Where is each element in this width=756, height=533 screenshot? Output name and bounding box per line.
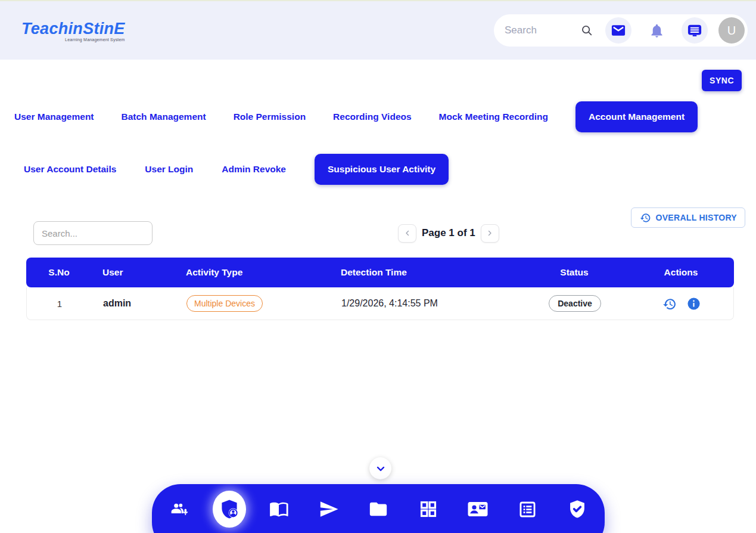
nav-grid[interactable] bbox=[412, 492, 445, 526]
nav-send[interactable] bbox=[312, 492, 346, 526]
nav-book[interactable] bbox=[262, 492, 295, 526]
row-history-button[interactable] bbox=[662, 296, 677, 311]
subtab-user-login[interactable]: User Login bbox=[145, 164, 193, 175]
header-search bbox=[505, 24, 580, 36]
chat-button[interactable] bbox=[682, 17, 708, 44]
mail-icon bbox=[610, 22, 627, 39]
overall-history-label: OVERALL HISTORY bbox=[656, 213, 737, 222]
mail-button[interactable] bbox=[605, 17, 631, 44]
subtab-admin-revoke[interactable]: Admin Revoke bbox=[222, 164, 286, 175]
tab-recording-videos[interactable]: Recording Videos bbox=[333, 111, 412, 122]
screen: TeachinStinE Learning Management System bbox=[0, 0, 756, 533]
nav-shield-user[interactable] bbox=[213, 492, 246, 526]
book-icon bbox=[269, 499, 289, 519]
table-header: S.No User Activity Type Detection Time S… bbox=[26, 258, 734, 287]
tab-batch-management[interactable]: Batch Management bbox=[122, 111, 206, 122]
header-toolbar: U bbox=[494, 14, 748, 47]
scroll-down-button[interactable] bbox=[369, 457, 391, 479]
people-voice-icon bbox=[169, 499, 189, 519]
nav-contact-mail[interactable] bbox=[461, 492, 494, 526]
app-title: TeachinStinE bbox=[21, 20, 125, 38]
status-badge: Deactive bbox=[549, 295, 601, 312]
nav-people-voice[interactable] bbox=[163, 492, 196, 526]
tab-user-management[interactable]: User Management bbox=[14, 111, 94, 122]
cell-activity-type: Multiple Devices bbox=[176, 295, 331, 312]
tab-mock-meeting-recording[interactable]: Mock Meeting Recording bbox=[439, 111, 548, 122]
news-list-icon bbox=[518, 500, 537, 519]
nav-verified-shield[interactable] bbox=[561, 492, 594, 526]
suspicious-activity-table: S.No User Activity Type Detection Time S… bbox=[26, 258, 734, 320]
subtab-user-account-details[interactable]: User Account Details bbox=[24, 164, 116, 175]
main-tabs: User Management Batch Management Role Pe… bbox=[0, 101, 698, 132]
col-sno: S.No bbox=[26, 267, 92, 278]
shield-user-icon bbox=[219, 498, 240, 520]
nav-folder[interactable] bbox=[362, 492, 395, 526]
send-icon bbox=[319, 499, 339, 519]
tab-account-management[interactable]: Account Management bbox=[575, 101, 698, 132]
active-nav-circle bbox=[213, 491, 246, 528]
app-logo[interactable]: TeachinStinE Learning Management System bbox=[21, 20, 125, 42]
activity-type-badge: Multiple Devices bbox=[186, 295, 263, 312]
app-header: TeachinStinE Learning Management System bbox=[0, 1, 756, 60]
next-page-button[interactable] bbox=[481, 224, 499, 243]
history-icon bbox=[639, 212, 651, 224]
cell-user: admin bbox=[92, 298, 176, 309]
pagination: Page 1 of 1 bbox=[398, 223, 499, 243]
chevron-right-icon bbox=[486, 230, 493, 237]
table-search-input[interactable] bbox=[33, 221, 153, 245]
cell-detection-time: 1/29/2026, 4:14:55 PM bbox=[331, 298, 521, 309]
row-info-button[interactable] bbox=[687, 297, 701, 311]
chat-icon bbox=[686, 22, 703, 39]
sub-tabs: User Account Details User Login Admin Re… bbox=[0, 154, 449, 185]
tab-role-permission[interactable]: Role Permission bbox=[234, 111, 306, 122]
nav-news-list[interactable] bbox=[511, 492, 545, 526]
search-icon[interactable] bbox=[580, 24, 593, 37]
app-tagline: Learning Management System bbox=[21, 38, 125, 42]
sync-button[interactable]: SYNC bbox=[702, 70, 742, 91]
col-actions: Actions bbox=[628, 267, 734, 278]
chevron-left-icon bbox=[404, 230, 411, 237]
notifications-button[interactable] bbox=[643, 17, 670, 44]
prev-page-button[interactable] bbox=[398, 224, 416, 243]
col-status: Status bbox=[521, 267, 628, 278]
cell-sno: 1 bbox=[27, 299, 92, 309]
chevron-down-icon bbox=[375, 463, 387, 475]
avatar-initial: U bbox=[727, 24, 736, 38]
col-user: User bbox=[92, 267, 175, 278]
overall-history-button[interactable]: OVERALL HISTORY bbox=[631, 207, 745, 228]
cell-actions bbox=[629, 296, 733, 311]
subtab-suspicious-user-activity[interactable]: Suspicious User Activity bbox=[315, 154, 449, 185]
bell-icon bbox=[649, 23, 665, 39]
verified-shield-icon bbox=[567, 499, 587, 519]
history-icon bbox=[662, 296, 677, 311]
grid-icon bbox=[419, 500, 438, 519]
search-input[interactable] bbox=[505, 24, 575, 36]
table-row: 1 admin Multiple Devices 1/29/2026, 4:14… bbox=[26, 287, 734, 320]
info-icon bbox=[687, 297, 701, 311]
col-detection-time: Detection Time bbox=[330, 267, 521, 278]
bottom-nav bbox=[152, 484, 605, 533]
avatar[interactable]: U bbox=[718, 17, 745, 44]
cell-status: Deactive bbox=[521, 295, 629, 312]
page-indicator: Page 1 of 1 bbox=[422, 227, 475, 239]
contact-mail-icon bbox=[467, 498, 489, 520]
col-activity-type: Activity Type bbox=[175, 267, 330, 278]
folder-icon bbox=[368, 499, 388, 519]
